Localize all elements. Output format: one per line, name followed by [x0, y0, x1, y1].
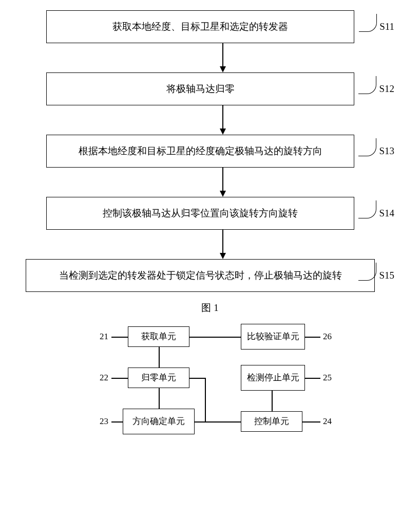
block-num-23: 23 — [100, 416, 108, 427]
connection-line — [272, 391, 273, 411]
figure-1-label: 图 1 — [21, 301, 399, 315]
flow-step-box: 当检测到选定的转发器处于锁定信号状态时，停止极轴马达的旋转 — [26, 259, 375, 292]
block-num-22: 22 — [100, 373, 108, 383]
block-num-25: 25 — [323, 373, 332, 383]
arrow-down — [69, 168, 377, 197]
step-label: S14 — [358, 208, 394, 219]
connector-curve — [359, 14, 377, 32]
arrow-line — [222, 43, 223, 66]
connector-curve — [358, 200, 376, 218]
arrow-head-icon — [220, 253, 226, 259]
label-connector — [305, 378, 320, 379]
step-label: S11 — [359, 21, 394, 32]
arrow-head-icon — [220, 128, 226, 135]
step-id: S12 — [379, 83, 394, 95]
arrow-head-icon — [220, 66, 226, 72]
flowchart-figure-1: 获取本地经度、目标卫星和选定的转发器 S11 将极轴马达归零 S12 根据本地经… — [21, 10, 399, 292]
arrow-down — [69, 230, 377, 259]
block-diagram-figure-2: 21 获取单元 比较验证单元 26 22 归零单元 检测停止单元 25 23 方… — [71, 324, 349, 442]
arrow-down — [69, 105, 377, 135]
block-direction-unit: 方向确定单元 — [123, 409, 195, 434]
arrow-line — [222, 230, 223, 253]
connector-curve — [358, 138, 376, 156]
label-connector — [111, 378, 128, 379]
label-connector — [302, 421, 320, 423]
flow-step-box: 获取本地经度、目标卫星和选定的转发器 — [46, 10, 354, 43]
step-id: S11 — [379, 21, 394, 32]
label-connector — [111, 337, 128, 338]
step-label: S12 — [358, 83, 394, 95]
connection-line — [189, 378, 205, 379]
step-label: S13 — [358, 145, 394, 157]
flow-step-row: 当检测到选定的转发器处于锁定信号状态时，停止极轴马达的旋转 S15 — [21, 259, 399, 292]
connector-curve — [358, 76, 376, 94]
flow-step-row: 控制该极轴马达从归零位置向该旋转方向旋转 S14 — [21, 197, 399, 230]
block-control-unit: 控制单元 — [241, 411, 302, 432]
flow-step-box: 将极轴马达归零 — [46, 72, 354, 105]
connection-line — [159, 347, 160, 368]
arrow-line — [222, 105, 223, 128]
connection-line — [205, 378, 206, 421]
flow-step-box: 控制该极轴马达从归零位置向该旋转方向旋转 — [46, 197, 354, 230]
step-label: S15 — [358, 270, 394, 281]
step-id: S15 — [379, 270, 394, 281]
arrow-head-icon — [220, 191, 226, 197]
label-connector — [111, 421, 123, 423]
step-id: S13 — [379, 145, 394, 157]
flow-step-box: 根据本地经度和目标卫星的经度确定极轴马达的旋转方向 — [46, 135, 354, 168]
connection-line — [159, 388, 160, 409]
label-connector — [305, 337, 320, 338]
flow-step-row: 将极轴马达归零 S12 — [21, 72, 399, 105]
block-compare-verify-unit: 比较验证单元 — [241, 324, 305, 350]
block-zero-unit: 归零单元 — [128, 368, 189, 388]
connection-line — [195, 421, 241, 423]
flow-step-row: 获取本地经度、目标卫星和选定的转发器 S11 — [21, 10, 399, 43]
block-acquire-unit: 获取单元 — [128, 326, 189, 347]
arrow-down — [69, 43, 377, 72]
block-num-21: 21 — [100, 332, 108, 342]
connector-curve — [358, 263, 376, 281]
step-id: S14 — [379, 208, 394, 219]
arrow-line — [222, 168, 223, 191]
flow-step-row: 根据本地经度和目标卫星的经度确定极轴马达的旋转方向 S13 — [21, 135, 399, 168]
block-num-24: 24 — [323, 416, 332, 427]
connection-line — [189, 337, 241, 338]
block-num-26: 26 — [323, 332, 332, 342]
block-detect-stop-unit: 检测停止单元 — [241, 365, 305, 391]
